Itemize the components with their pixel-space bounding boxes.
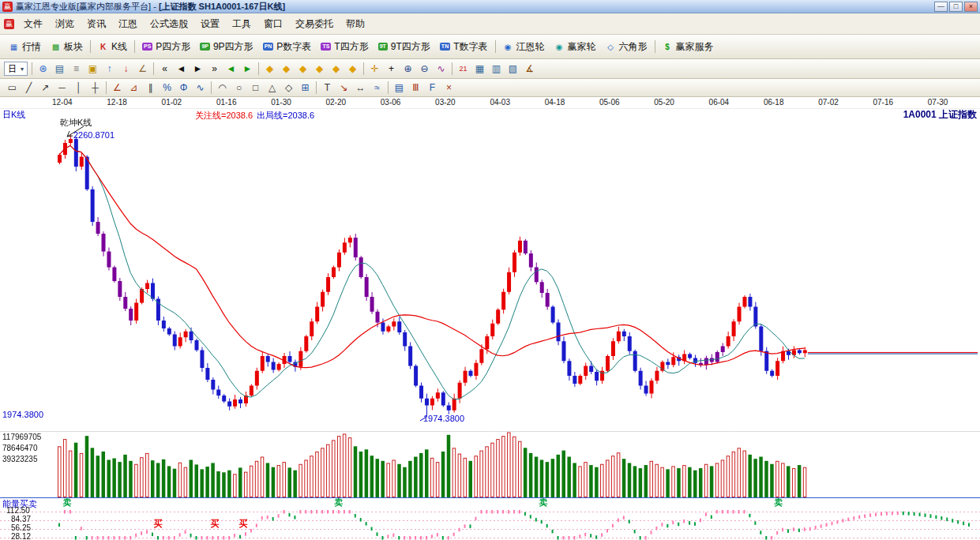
toolbar-item-label: P四方形 [156, 40, 190, 54]
golden-section-tool[interactable]: Φ [175, 81, 192, 96]
menu-item-tools[interactable]: 工具 [226, 14, 257, 34]
vertical-line-tool[interactable]: │ [70, 81, 87, 96]
last-bar-icon[interactable]: » [206, 62, 223, 77]
sell-signal-label: 卖 [774, 497, 783, 507]
menu-item-gann[interactable]: 江恩 [112, 14, 144, 34]
select-tool[interactable]: ▭ [4, 81, 21, 96]
toolbar-item-gann-wheel[interactable]: ◉江恩轮 [498, 38, 550, 56]
date-label: 01-02 [162, 98, 182, 107]
triangle-tool[interactable]: △ [264, 81, 280, 96]
text-tool[interactable]: T [319, 81, 336, 96]
chart-area: 日K线 关注线=2038.6 出局线=2038.6 1A0001 上证指数 乾坤… [0, 109, 980, 540]
zoom-out-icon[interactable]: ⊖ [416, 62, 433, 77]
speed-line-tool[interactable]: ≈ [369, 81, 385, 96]
wave-icon[interactable]: ∿ [433, 62, 449, 77]
toolbar-item-winner-service[interactable]: $赢家服务 [658, 38, 719, 56]
toolbar-item-p-number[interactable]: PNP数字表 [258, 38, 317, 56]
toolbar-item-blocks[interactable]: ▩板块 [46, 38, 88, 56]
close-button[interactable]: × [964, 2, 978, 12]
date-label: 03-20 [435, 98, 456, 107]
menu-item-trade-order[interactable]: 交易委托 [289, 14, 340, 34]
kline-chart-canvas[interactable] [0, 109, 980, 540]
menu-item-settings[interactable]: 设置 [194, 14, 226, 34]
date-label: 03-06 [381, 98, 401, 107]
high-annotation-label: 2260.8701 [73, 130, 115, 140]
toolbar-item-hexagon[interactable]: ◇六角形 [601, 38, 652, 56]
exit-line-label: 出局线=2038.6 [257, 111, 314, 120]
menu-item-browse[interactable]: 浏览 [49, 14, 81, 34]
arc-tool[interactable]: ◠ [214, 81, 231, 96]
toolbar-item-winner-wheel[interactable]: ◉赢家轮 [550, 38, 601, 56]
first-bar-icon[interactable]: « [156, 62, 173, 77]
wave-count-tool[interactable]: Ⅲ [407, 81, 424, 96]
lock-icon[interactable]: ▣ [84, 62, 101, 77]
arrow-up-icon[interactable]: ↑ [101, 62, 118, 77]
toolbar-item-label: P数字表 [276, 40, 311, 54]
diamond-tool[interactable]: ◇ [280, 81, 297, 96]
parallel-channel-tool[interactable]: ∥ [142, 81, 159, 96]
layers-icon[interactable]: ▧ [505, 62, 521, 77]
menu-item-news[interactable]: 资讯 [81, 14, 112, 34]
cross-line-tool[interactable]: ┼ [87, 81, 103, 96]
ray-line-tool[interactable]: ↗ [37, 81, 54, 96]
toolbar-item-9t-square[interactable]: 9T9T四方形 [374, 38, 435, 56]
toolbar-item-9p-square[interactable]: 9P9P四方形 [195, 38, 257, 56]
measure-tool[interactable]: ↔ [352, 81, 369, 96]
grid-overlay-tool[interactable]: ⊞ [297, 81, 314, 96]
angle-stats-icon[interactable]: ∡ [521, 62, 538, 77]
toolbar-separator [258, 62, 259, 75]
table-icon[interactable]: ▥ [488, 62, 505, 77]
document-icon[interactable]: ▤ [51, 62, 68, 77]
gann-wheel-icon: ◉ [503, 42, 513, 52]
rect-tool[interactable]: □ [247, 81, 264, 96]
arrow-down-icon[interactable]: ↓ [118, 62, 134, 77]
period-selector[interactable]: 日▾ [4, 62, 28, 76]
arrow-mark-tool[interactable]: ↘ [336, 81, 352, 96]
band-tool[interactable]: ▤ [391, 81, 407, 96]
maximize-button[interactable]: □ [949, 2, 963, 12]
diamond-left-icon[interactable]: ◆ [261, 62, 278, 77]
toolbar-item-quotes[interactable]: ▦行情 [4, 38, 46, 56]
diamond-down-icon[interactable]: ◆ [311, 62, 328, 77]
fibonacci-tool[interactable]: F [424, 81, 441, 96]
date-label: 12-18 [107, 98, 127, 107]
toolbar-item-t-number[interactable]: TNT数字表 [435, 38, 493, 56]
minimize-button[interactable]: — [934, 2, 948, 12]
menu-item-formula-stock[interactable]: 公式选股 [144, 14, 194, 34]
delete-tool[interactable]: × [441, 81, 457, 96]
trend-line-tool[interactable]: ╱ [21, 81, 37, 96]
menu-item-file[interactable]: 文件 [17, 14, 49, 34]
toolbar-item-t-square[interactable]: TST四方形 [316, 38, 373, 56]
hand-icon[interactable]: ✛ [366, 62, 383, 77]
step-forward-icon[interactable]: ► [239, 62, 256, 77]
menu-item-window[interactable]: 窗口 [257, 14, 289, 34]
circle-tool[interactable]: ○ [231, 81, 247, 96]
next-bar-icon[interactable]: ► [190, 62, 206, 77]
percent-line-tool[interactable]: % [159, 81, 175, 96]
cycle-line-tool[interactable]: ∿ [192, 81, 208, 96]
gann-fan-tool[interactable]: ⊿ [126, 81, 142, 96]
zoom-in-icon[interactable]: ⊕ [400, 62, 416, 77]
t-number-icon: TN [440, 43, 450, 51]
menu-item-help[interactable]: 帮助 [340, 14, 371, 34]
prev-bar-icon[interactable]: ◄ [173, 62, 190, 77]
toolbar-separator [211, 81, 212, 94]
toolbar-item-kline[interactable]: KK线 [93, 38, 132, 56]
crosshair-icon[interactable]: + [383, 62, 400, 77]
diamond-right-icon[interactable]: ◆ [278, 62, 295, 77]
compass-icon[interactable]: ⊛ [35, 62, 51, 77]
diamond-up-icon[interactable]: ◆ [295, 62, 311, 77]
database-icon[interactable]: ≡ [68, 62, 84, 77]
diamond-minus-icon[interactable]: ◆ [344, 62, 361, 77]
window-title: 赢家江恩专业版[赢家内部服务平台] - [上证指数 SH1A0001-167日K… [16, 1, 933, 13]
toolbar-separator [32, 62, 32, 75]
gann-angle-tool[interactable]: ∠ [109, 81, 126, 96]
toolbar-item-p-square[interactable]: PSP四方形 [137, 38, 195, 56]
grid-icon[interactable]: ▦ [471, 62, 488, 77]
pen-icon[interactable]: ∠ [134, 62, 151, 77]
horizontal-line-tool[interactable]: ─ [54, 81, 70, 96]
step-back-icon[interactable]: ◄ [223, 62, 239, 77]
volume-scale-1: 117969705 [2, 433, 41, 441]
calendar-21-icon[interactable]: 21 [455, 62, 471, 77]
diamond-plus-icon[interactable]: ◆ [328, 62, 344, 77]
